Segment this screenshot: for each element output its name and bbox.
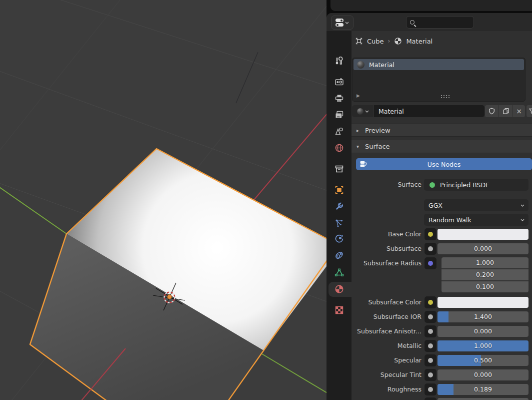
fake-user-button[interactable] [485,105,498,117]
use-nodes-button[interactable]: Use Nodes [356,158,532,170]
close-icon: × [516,107,522,115]
properties-content: Cube › Material Material ▶ [352,31,532,400]
subsurface-anisotropy-socket[interactable] [424,325,436,337]
partial-cutoff-button[interactable] [526,105,532,117]
subsurface-label: Subsurface [352,243,422,255]
images-stack-icon [334,110,344,120]
clipped-next-slider[interactable] [438,398,528,400]
tab-output[interactable] [332,91,346,106]
subsurface-color-label: Subsurface Color [352,296,422,308]
specular-label: Specular [352,354,422,366]
subsurface-slider[interactable]: 0.000 [438,243,528,254]
surface-panel-label: Surface [365,143,390,150]
subsurface-anisotropy-slider[interactable]: 0.000 [438,326,528,337]
chevron-down-icon [345,22,349,24]
editor-type-button[interactable] [331,16,354,30]
chevron-down-icon [520,219,524,221]
shader-socket-icon [430,182,435,188]
tab-constraints[interactable] [332,248,346,263]
surface-panel-header[interactable]: ▾ Surface [352,140,532,153]
preview-panel-label: Preview [365,127,390,134]
subsurface-ior-socket[interactable] [424,311,436,323]
subsurface-color-socket[interactable] [424,296,436,308]
surface-row-label: Surface [352,179,422,191]
browse-material-button[interactable] [352,105,374,117]
subsurface-ior-slider[interactable]: 1.400 [438,311,528,322]
tab-tool[interactable] [332,53,346,68]
base-color-swatch[interactable] [438,229,528,240]
mesh-data-icon [334,268,344,277]
subsurface-socket[interactable] [424,243,436,255]
object-origin-dot[interactable] [168,295,172,299]
subsurface-radius-y[interactable]: 0.200 [442,269,528,280]
tab-render[interactable] [332,74,346,89]
preview-panel-header[interactable]: ▸ Preview [352,124,532,137]
subsurface-radius-socket[interactable] [424,257,436,269]
properties-editor: Cube › Material Material ▶ [326,13,532,400]
specular-tint-socket[interactable] [424,369,436,381]
material-slot-list[interactable]: Material ▶ [352,58,526,102]
chevron-down-icon: ▾ [356,144,361,149]
subsurface-ior-label: Subsurface IOR [352,311,422,323]
metallic-socket[interactable] [424,340,436,352]
subsurface-radius-label: Subsurface Radius [352,257,422,269]
surface-shader-value: Principled BSDF [440,181,489,189]
roughness-label: Roughness [352,383,422,395]
nodetree-icon [360,160,368,168]
collection-box-icon [334,164,344,174]
unlink-material-button[interactable]: × [513,105,525,117]
distribution-value: GGX [428,202,442,209]
tab-view-layer[interactable] [332,107,346,122]
properties-tab-strip [326,31,352,400]
distribution-dropdown[interactable]: GGX [424,199,528,211]
roughness-slider[interactable]: 0.189 [438,384,528,395]
surface-shader-button[interactable]: Principled BSDF [424,179,528,191]
subsurface-color-swatch[interactable] [438,297,528,308]
roughness-socket[interactable] [424,383,436,395]
specular-slider[interactable]: 0.500 [438,355,528,366]
specular-tint-slider[interactable]: 0.000 [438,369,528,380]
tab-collection[interactable] [332,161,346,176]
3d-viewport[interactable] [0,0,326,400]
metallic-slider[interactable]: 1.000 [438,340,528,351]
object-icon [334,185,344,195]
base-color-socket[interactable] [424,228,436,240]
tab-object-data[interactable] [332,265,346,280]
material-name-field[interactable]: Material [374,105,484,117]
breadcrumb-object[interactable]: Cube [367,38,384,45]
subsurface-radius-z[interactable]: 0.100 [442,281,528,292]
material-slot-name: Material [369,61,394,69]
list-specials-arrow[interactable]: ▶ [356,93,360,98]
tab-world[interactable] [332,140,346,155]
tab-material[interactable] [332,281,346,296]
material-browse-icon [357,108,364,115]
physics-orbit-icon [334,234,344,244]
subsurface-method-value: Random Walk [428,216,472,224]
subsurface-method-dropdown[interactable]: Random Walk [424,214,528,226]
tab-modifiers[interactable] [332,199,346,214]
tab-physics[interactable] [332,231,346,246]
tab-object[interactable] [332,182,346,197]
material-slot-item[interactable]: Material [354,59,524,70]
funnel-icon [529,108,532,115]
specular-tint-label: Specular Tint [352,369,422,381]
editor-above-corner [330,0,532,11]
search-icon [410,20,414,25]
search-input[interactable] [406,16,474,29]
breadcrumb-material[interactable]: Material [406,38,432,45]
list-resize-grip[interactable] [441,95,442,96]
tab-texture[interactable] [332,302,346,317]
tab-scene[interactable] [332,124,346,139]
new-material-button[interactable] [499,105,512,117]
camera-icon [334,77,344,87]
particles-icon [334,218,344,228]
material-sphere-icon [334,284,344,294]
object-icon [355,37,363,45]
material-sphere-icon [394,37,402,45]
copy-icon [502,108,510,115]
specular-socket[interactable] [424,354,436,366]
chevron-down-icon [520,204,524,207]
clipped-next-socket[interactable] [424,397,436,400]
subsurface-radius-x[interactable]: 1.000 [442,257,528,268]
tab-particles[interactable] [332,215,346,230]
